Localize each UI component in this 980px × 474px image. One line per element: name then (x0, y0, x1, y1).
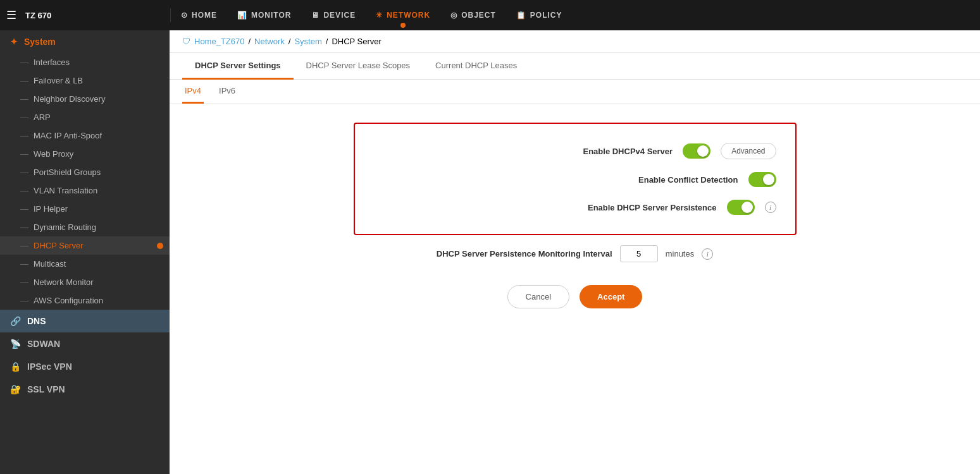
sidebar-item-vlan[interactable]: — VLAN Translation (0, 181, 170, 200)
tab-dhcp-leases[interactable]: Current DHCP Leases (423, 53, 530, 80)
tab-dhcp-settings[interactable]: DHCP Server Settings (182, 53, 294, 80)
sidebar-section-network-header[interactable]: ✦ System (0, 30, 170, 53)
nav-policy[interactable]: 📋 POLICY (506, 0, 573, 30)
conflict-row: Enable Conflict Detection (374, 166, 776, 193)
tab-dhcp-scopes[interactable]: DHCP Server Lease Scopes (294, 53, 423, 80)
sidebar-section-sdwan[interactable]: 📡 SDWAN (0, 332, 170, 355)
dhcpv4-toggle[interactable] (683, 143, 710, 159)
sidebar-item-netmon[interactable]: — Network Monitor (0, 273, 170, 291)
persistence-toggle[interactable] (727, 200, 755, 215)
cancel-button[interactable]: Cancel (507, 285, 569, 308)
breadcrumb: 🛡 Home_TZ670 / Network / System / DHCP S… (170, 30, 980, 53)
subtab-ipv6[interactable]: IPv6 (216, 80, 238, 104)
device-name: TZ 670 (25, 11, 51, 20)
sidebar-item-multicast[interactable]: — Multicast (0, 255, 170, 273)
home-icon: ⊙ (181, 11, 188, 20)
dhcpv4-toggle-thumb (697, 145, 709, 157)
advanced-button[interactable]: Advanced (721, 143, 776, 159)
persistence-info-icon[interactable]: i (765, 202, 776, 213)
breadcrumb-home[interactable]: Home_TZ670 (194, 37, 244, 46)
network-icon: ✳ (376, 11, 383, 20)
sidebar-active-dot (157, 243, 163, 249)
nav-home[interactable]: ⊙ HOME (171, 0, 227, 30)
nav-network[interactable]: ✳ NETWORK (366, 0, 440, 30)
sidebar-item-portshield[interactable]: — PortShield Groups (0, 163, 170, 181)
conflict-label: Enable Conflict Detection (638, 175, 738, 185)
settings-box: Enable DHCPv4 Server Advanced Enable Con… (354, 123, 797, 235)
main-layout: ✦ System — Interfaces — Failover & LB — … (0, 30, 980, 474)
dhcpv4-label: Enable DHCPv4 Server (583, 147, 673, 156)
sidebar-item-interfaces[interactable]: — Interfaces (0, 53, 170, 71)
monitoring-unit: minutes (666, 249, 695, 258)
breadcrumb-sep2: / (288, 37, 291, 46)
sidebar-item-failover[interactable]: — Failover & LB (0, 71, 170, 90)
sslvpn-icon: 🔐 (10, 384, 21, 394)
network-section-icon: ✦ (10, 37, 18, 47)
monitoring-row: DHCP Server Persistence Monitoring Inter… (182, 235, 967, 272)
conflict-toggle-track (748, 172, 776, 187)
monitoring-input[interactable] (620, 245, 658, 262)
monitoring-label: DHCP Server Persistence Monitoring Inter… (437, 249, 612, 258)
sidebar-item-routing[interactable]: — Dynamic Routing (0, 218, 170, 236)
active-dot (400, 23, 406, 28)
sidebar-section-sslvpn[interactable]: 🔐 SSL VPN (0, 378, 170, 401)
monitoring-info-icon[interactable]: i (702, 248, 713, 260)
sdwan-icon: 📡 (10, 339, 21, 349)
top-nav: ☰ TZ 670 ⊙ HOME 📊 MONITOR 🖥 DEVICE ✳ NET… (0, 0, 980, 30)
nav-object[interactable]: ◎ OBJECT (440, 0, 506, 30)
tabs-bar: DHCP Server Settings DHCP Server Lease S… (170, 53, 980, 80)
sidebar: ✦ System — Interfaces — Failover & LB — … (0, 30, 170, 474)
dhcpv4-toggle-track (683, 143, 710, 159)
nav-monitor[interactable]: 📊 MONITOR (227, 0, 301, 30)
breadcrumb-sep1: / (248, 37, 251, 46)
menu-icon[interactable]: ☰ (6, 8, 16, 22)
brand-logo: ☰ TZ 670 (6, 8, 171, 22)
persistence-toggle-thumb (741, 202, 753, 213)
sidebar-item-macip[interactable]: — MAC IP Anti-Spoof (0, 126, 170, 145)
sidebar-item-webproxy[interactable]: — Web Proxy (0, 145, 170, 163)
breadcrumb-sep3: / (326, 37, 328, 46)
accept-button[interactable]: Accept (580, 285, 642, 308)
persistence-row: Enable DHCP Server Persistence i (374, 193, 776, 221)
breadcrumb-icon: 🛡 (182, 37, 190, 46)
action-row: Cancel Accept (182, 272, 967, 321)
subtab-ipv4[interactable]: IPv4 (182, 80, 204, 104)
settings-panel: Enable DHCPv4 Server Advanced Enable Con… (170, 104, 980, 474)
ipsec-icon: 🔒 (10, 362, 21, 372)
breadcrumb-system[interactable]: System (294, 37, 321, 46)
sidebar-item-dhcp[interactable]: — DHCP Server (0, 236, 170, 255)
sidebar-item-iphelper[interactable]: — IP Helper (0, 200, 170, 218)
sub-tabs: IPv4 IPv6 (170, 80, 980, 104)
breadcrumb-network[interactable]: Network (254, 37, 285, 46)
breadcrumb-current: DHCP Server (332, 37, 381, 46)
persistence-label: Enable DHCP Server Persistence (588, 203, 717, 212)
object-icon: ◎ (450, 11, 457, 20)
monitor-icon: 📊 (237, 11, 247, 20)
sidebar-section-ipsec[interactable]: 🔒 IPSec VPN (0, 355, 170, 378)
policy-icon: 📋 (516, 11, 526, 20)
sidebar-section-network: ✦ System — Interfaces — Failover & LB — … (0, 30, 170, 310)
sidebar-section-dns[interactable]: 🔗 DNS (0, 310, 170, 332)
persistence-toggle-track (727, 200, 755, 215)
conflict-toggle[interactable] (748, 172, 776, 187)
device-icon: 🖥 (311, 11, 319, 20)
conflict-toggle-thumb (763, 174, 774, 185)
nav-items: ⊙ HOME 📊 MONITOR 🖥 DEVICE ✳ NETWORK ◎ OB… (171, 0, 974, 30)
content-area: 🛡 Home_TZ670 / Network / System / DHCP S… (170, 30, 980, 474)
sidebar-item-neighbor[interactable]: — Neighbor Discovery (0, 90, 170, 108)
sidebar-item-aws[interactable]: — AWS Configuration (0, 291, 170, 310)
dns-icon: 🔗 (10, 316, 21, 326)
dhcpv4-row: Enable DHCPv4 Server Advanced (374, 137, 776, 166)
sidebar-item-arp[interactable]: — ARP (0, 108, 170, 126)
nav-device[interactable]: 🖥 DEVICE (301, 0, 366, 30)
